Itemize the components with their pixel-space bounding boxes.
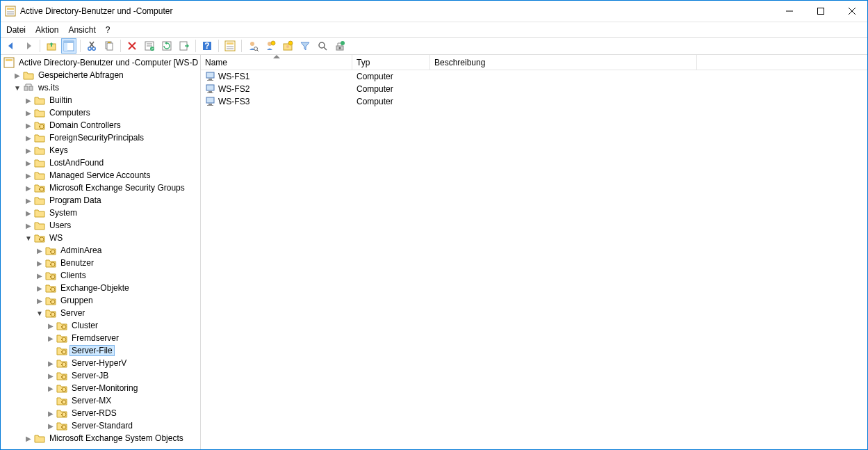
find-user-button[interactable]	[245, 38, 261, 54]
menu-view[interactable]: Ansicht	[68, 25, 95, 35]
chevron-right-icon[interactable]: ▶	[47, 371, 55, 380]
chevron-right-icon[interactable]: ▶	[24, 109, 33, 117]
cell-type: Computer	[352, 97, 430, 106]
tree-program-data[interactable]: ▶Program Data	[1, 194, 200, 207]
tree-keys[interactable]: ▶Keys	[1, 144, 200, 156]
list-row[interactable]: WS-FS1Computer	[201, 70, 867, 83]
menu-help[interactable]: ?	[106, 25, 110, 35]
find-button[interactable]	[315, 38, 330, 54]
tree-server-rds[interactable]: ▶Server-RDS	[1, 407, 200, 419]
up-folder-button[interactable]	[44, 38, 59, 54]
chevron-right-icon[interactable]: ▶	[24, 121, 33, 129]
chevron-right-icon[interactable]: ▶	[47, 334, 55, 342]
show-tree-button[interactable]	[61, 38, 76, 54]
refresh-button[interactable]	[159, 38, 174, 54]
tree-root[interactable]: Active Directory-Benutzer und -Computer …	[1, 56, 200, 69]
tree-panel[interactable]: Active Directory-Benutzer und -Computer …	[1, 55, 201, 449]
copy-button[interactable]	[101, 38, 117, 54]
svg-rect-78	[61, 364, 63, 365]
add-user-button[interactable]	[263, 38, 278, 54]
chevron-right-icon[interactable]: ▶	[47, 421, 55, 430]
chevron-right-icon[interactable]: ▶	[13, 71, 22, 79]
minimize-button[interactable]	[773, 1, 805, 22]
chevron-right-icon[interactable]: ▶	[35, 296, 44, 305]
chevron-right-icon[interactable]: ▶	[24, 196, 33, 204]
chevron-right-icon[interactable]: ▶	[35, 259, 44, 267]
tree-admin-area[interactable]: ▶AdminArea	[1, 244, 200, 257]
tree-system[interactable]: ▶System	[1, 207, 200, 219]
col-type[interactable]: Typ	[352, 55, 430, 70]
tree-benutzer[interactable]: ▶Benutzer	[1, 257, 200, 269]
tree-server-mx[interactable]: Server-MX	[1, 394, 200, 407]
chevron-down-icon[interactable]: ▼	[13, 83, 22, 92]
back-button[interactable]	[3, 38, 19, 54]
tree-server-hyperv[interactable]: ▶Server-HyperV	[1, 357, 200, 369]
col-desc[interactable]: Beschreibung	[430, 55, 697, 70]
filter-button[interactable]	[297, 38, 313, 54]
properties-button[interactable]	[142, 38, 157, 54]
chevron-right-icon[interactable]: ▶	[24, 209, 33, 217]
chevron-right-icon[interactable]: ▶	[47, 384, 55, 392]
svg-point-34	[254, 47, 258, 51]
raise-dfl-button[interactable]	[332, 38, 347, 54]
tree-saved-queries[interactable]: ▶ Gespeicherte Abfragen	[1, 69, 200, 81]
chevron-right-icon[interactable]: ▶	[47, 409, 55, 417]
tree-server-monitoring[interactable]: ▶Server-Monitoring	[1, 382, 200, 394]
toolbar: ?	[1, 37, 867, 55]
tree-gruppen[interactable]: ▶Gruppen	[1, 294, 200, 307]
tree-domain-controllers[interactable]: ▶Domain Controllers	[1, 119, 200, 131]
tree-foreign-sec[interactable]: ▶ForeignSecurityPrincipals	[1, 131, 200, 144]
add-to-group-button[interactable]	[280, 38, 295, 54]
list-row[interactable]: WS-FS3Computer	[201, 95, 867, 108]
tree-exch-obj[interactable]: ▶Exchange-Objekte	[1, 282, 200, 294]
tree-cluster[interactable]: ▶Cluster	[1, 319, 200, 332]
list-body[interactable]: WS-FS1ComputerWS-FS2ComputerWS-FS3Comput…	[201, 70, 867, 449]
chevron-right-icon[interactable]: ▶	[24, 221, 33, 230]
chevron-right-icon[interactable]: ▶	[35, 246, 44, 255]
folder-icon	[34, 207, 45, 218]
container-button[interactable]	[222, 38, 238, 54]
chevron-right-icon[interactable]: ▶	[35, 271, 44, 280]
help-button[interactable]: ?	[199, 38, 215, 54]
forward-button[interactable]	[21, 38, 36, 54]
menu-file[interactable]: Datei	[6, 25, 26, 35]
chevron-down-icon[interactable]: ▼	[24, 234, 33, 242]
tree-server-standard[interactable]: ▶Server-Standard	[1, 419, 200, 432]
tree-builtin[interactable]: ▶Builtin	[1, 94, 200, 106]
chevron-right-icon[interactable]: ▶	[24, 159, 33, 167]
chevron-right-icon[interactable]: ▶	[24, 96, 33, 104]
chevron-right-icon[interactable]: ▶	[24, 171, 33, 179]
delete-button[interactable]	[124, 38, 140, 54]
chevron-right-icon[interactable]: ▶	[24, 434, 33, 442]
chevron-right-icon[interactable]: ▶	[35, 284, 44, 292]
ou-icon	[56, 420, 67, 431]
chevron-right-icon[interactable]: ▶	[24, 134, 33, 142]
tree-exch-sys[interactable]: ▶Microsoft Exchange System Objects	[1, 432, 200, 444]
chevron-right-icon[interactable]: ▶	[47, 359, 55, 367]
tree-fremdserver[interactable]: ▶Fremdserver	[1, 332, 200, 344]
chevron-right-icon[interactable]: ▶	[24, 146, 33, 154]
tree-domain[interactable]: ▼ ws.its	[1, 81, 200, 94]
tree-clients[interactable]: ▶Clients	[1, 269, 200, 282]
export-button[interactable]	[177, 38, 192, 54]
list-row[interactable]: WS-FS2Computer	[201, 83, 867, 95]
chevron-down-icon[interactable]: ▼	[35, 309, 44, 317]
chevron-right-icon[interactable]: ▶	[47, 321, 55, 330]
tree-users[interactable]: ▶Users	[1, 219, 200, 232]
cut-button[interactable]	[84, 38, 99, 54]
svg-rect-93	[208, 91, 212, 93]
tree-server[interactable]: ▼Server	[1, 307, 200, 319]
menu-action[interactable]: Aktion	[35, 25, 58, 35]
tree-server-file[interactable]: Server-File	[1, 344, 200, 357]
tree-server-jb[interactable]: ▶Server-JB	[1, 369, 200, 382]
tree-lost-found[interactable]: ▶LostAndFound	[1, 156, 200, 169]
cell-type: Computer	[352, 84, 430, 94]
chevron-right-icon[interactable]: ▶	[24, 184, 33, 192]
tree-exch-sec[interactable]: ▶Microsoft Exchange Security Groups	[1, 182, 200, 194]
tree-msa[interactable]: ▶Managed Service Accounts	[1, 169, 200, 182]
col-name[interactable]: Name	[201, 55, 352, 70]
tree-computers[interactable]: ▶Computers	[1, 106, 200, 119]
maximize-button[interactable]	[805, 1, 836, 22]
tree-ws[interactable]: ▼WS	[1, 232, 200, 244]
close-button[interactable]	[836, 1, 867, 22]
